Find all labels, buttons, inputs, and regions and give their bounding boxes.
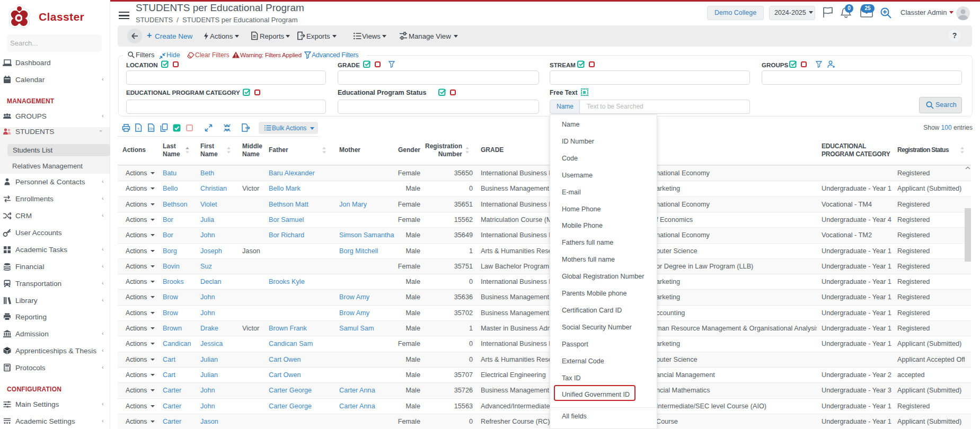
svg-text:x: x (137, 127, 139, 130)
svg-text:csv: csv (148, 127, 154, 130)
